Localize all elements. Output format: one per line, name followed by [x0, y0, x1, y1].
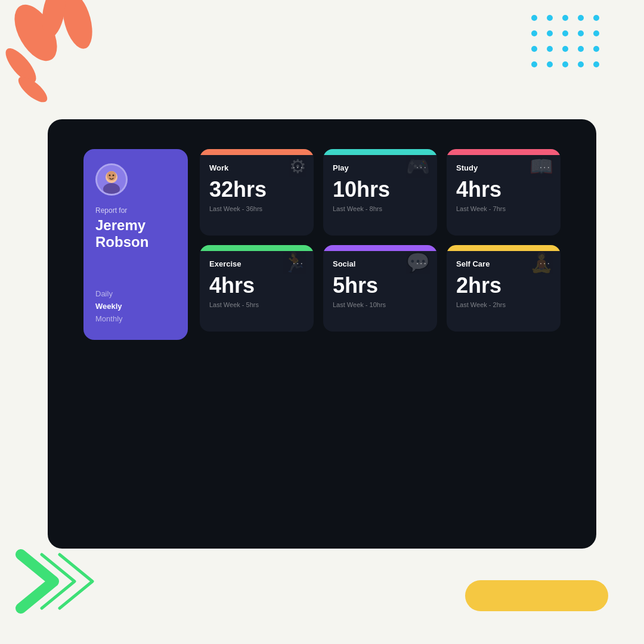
stat-label-play: Play — [333, 163, 349, 172]
stat-card-self-care: Self Care ··· 2hrs Last Week - 2hrs 🧘 — [447, 245, 561, 332]
stat-icon-work: ⚙ — [289, 155, 306, 178]
stat-sub-work: Last Week - 36hrs — [209, 205, 304, 212]
svg-point-9 — [109, 175, 111, 177]
nav-daily[interactable]: Daily — [95, 289, 123, 298]
svg-point-0 — [6, 0, 66, 68]
yellow-pill-decoration — [465, 580, 608, 611]
stat-icon-social: 💬 — [406, 251, 430, 274]
stat-value-study: 4hrs — [456, 178, 551, 202]
avatar-image — [97, 165, 126, 194]
coral-decoration — [0, 0, 131, 131]
stat-value-social: 5hrs — [333, 274, 428, 298]
dashboard: Report for JeremyRobson Daily Weekly Mon… — [48, 119, 596, 549]
stat-icon-self-care: 🧘 — [530, 251, 553, 274]
stat-card-bar-social — [323, 245, 437, 251]
stat-value-exercise: 4hrs — [209, 274, 304, 298]
stat-sub-social: Last Week - 10hrs — [333, 301, 428, 308]
stats-grid: Work ··· 32hrs Last Week - 36hrs ⚙ Play … — [200, 149, 561, 332]
stat-card-bar-exercise — [200, 245, 314, 251]
stat-label-social: Social — [333, 259, 355, 268]
profile-name: JeremyRobson — [95, 217, 148, 250]
stat-label-work: Work — [209, 163, 228, 172]
stat-card-bar-study — [447, 149, 561, 155]
stat-sub-study: Last Week - 7hrs — [456, 205, 551, 212]
stat-icon-exercise: 🏃 — [283, 251, 306, 274]
svg-point-4 — [14, 73, 51, 107]
nav-weekly[interactable]: Weekly — [95, 302, 123, 311]
stat-label-study: Study — [456, 163, 478, 172]
svg-point-2 — [39, 0, 69, 39]
stat-value-work: 32hrs — [209, 178, 304, 202]
stat-card-work: Work ··· 32hrs Last Week - 36hrs ⚙ — [200, 149, 314, 236]
stat-sub-exercise: Last Week - 5hrs — [209, 301, 304, 308]
stat-card-bar-self-care — [447, 245, 561, 251]
svg-point-10 — [113, 175, 114, 177]
stat-card-social: Social ··· 5hrs Last Week - 10hrs 💬 — [323, 245, 437, 332]
profile-card: Report for JeremyRobson Daily Weekly Mon… — [83, 149, 188, 340]
stat-card-play: Play ··· 10hrs Last Week - 8hrs 🎮 — [323, 149, 437, 236]
stat-sub-play: Last Week - 8hrs — [333, 205, 428, 212]
stat-card-bar-work — [200, 149, 314, 155]
report-label: Report for — [95, 206, 127, 215]
stat-icon-play: 🎮 — [406, 155, 430, 178]
svg-point-3 — [1, 44, 41, 87]
stat-icon-study: 📖 — [530, 155, 553, 178]
avatar — [95, 163, 128, 196]
dot-grid-decoration: const dotsContainer = document.querySele… — [531, 15, 599, 67]
stat-sub-self-care: Last Week - 2hrs — [456, 301, 551, 308]
stat-card-study: Study ··· 4hrs Last Week - 7hrs 📖 — [447, 149, 561, 236]
arrow-decoration — [9, 543, 122, 620]
stat-value-self-care: 2hrs — [456, 274, 551, 298]
svg-point-1 — [57, 0, 97, 52]
stat-value-play: 10hrs — [333, 178, 428, 202]
stat-card-exercise: Exercise ··· 4hrs Last Week - 5hrs 🏃 — [200, 245, 314, 332]
stat-card-bar-play — [323, 149, 437, 155]
stat-label-self-care: Self Care — [456, 259, 490, 268]
nav-monthly[interactable]: Monthly — [95, 314, 123, 323]
profile-nav: Daily Weekly Monthly — [95, 289, 123, 323]
stat-label-exercise: Exercise — [209, 259, 242, 268]
